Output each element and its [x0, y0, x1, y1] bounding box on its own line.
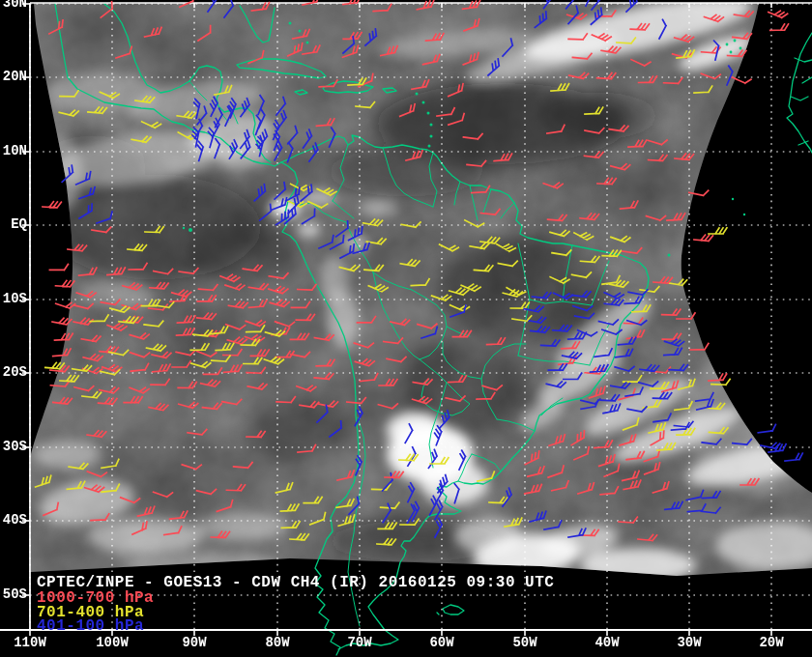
legend: CPTEC/INPE - GOES13 - CDW CH4 (IR) 20160… [37, 575, 554, 634]
lon-label-90W: 90W [173, 636, 216, 649]
lon-label-100W: 100W [91, 636, 133, 649]
satellite-wind-map: 30N20N10NEQ10S20S30S40S50S110W100W90W80W… [0, 0, 812, 657]
lat-label-20N: 20N [0, 70, 27, 83]
satellite-image-layer [0, 0, 812, 657]
lon-label-40W: 40W [586, 636, 628, 649]
lon-label-20W: 20W [750, 636, 793, 649]
wind-barb-high [784, 453, 803, 461]
wind-barb-low [768, 7, 788, 19]
lon-label-110W: 110W [9, 636, 51, 649]
wind-barb-low [694, 234, 712, 242]
wind-barb-low [49, 264, 68, 270]
lat-label-10S: 10S [0, 292, 27, 305]
wind-barb-low [43, 201, 61, 208]
lat-label-20S: 20S [0, 365, 27, 379]
lon-label-30W: 30W [668, 636, 710, 649]
wind-barb-high [758, 424, 777, 432]
map-canvas [0, 0, 812, 657]
coast-africa [787, 33, 812, 153]
lat-label-EQ: EQ [0, 217, 27, 231]
lon-label-50W: 50W [504, 636, 546, 649]
lon-label-80W: 80W [256, 636, 299, 649]
legend-high-level: 401-100 hPa [37, 619, 554, 634]
lon-label-70W: 70W [338, 636, 381, 649]
lon-label-60W: 60W [420, 636, 463, 649]
lat-label-40S: 40S [0, 513, 27, 527]
wind-barb-low [56, 280, 74, 287]
wind-barb-low [770, 24, 789, 30]
lat-label-50S: 50S [0, 587, 27, 601]
lat-label-30N: 30N [0, 0, 27, 10]
lat-label-30S: 30S [0, 440, 27, 453]
lat-label-10N: 10N [0, 144, 27, 157]
wind-barb-mid [709, 228, 727, 234]
